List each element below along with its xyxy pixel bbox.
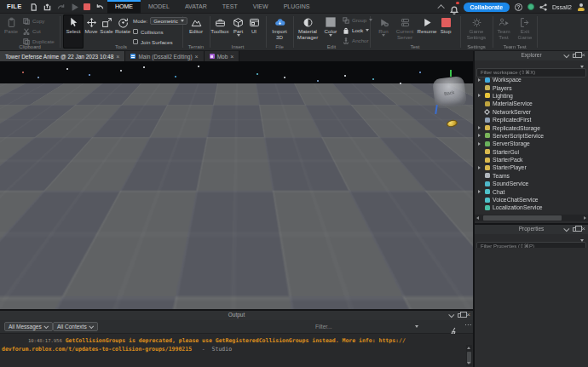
explorer-item-materialservice[interactable]: MaterialService	[475, 100, 588, 107]
collapse-ribbon-icon[interactable]	[437, 4, 444, 11]
filter-caret-icon[interactable]	[580, 239, 584, 242]
log-message-link[interactable]: devforum.roblox.com/t/updates-to-collisi…	[2, 346, 192, 353]
username-label[interactable]: Dssall2	[552, 4, 572, 10]
move-tool-button[interactable]: Move	[84, 14, 99, 49]
exit-game-button[interactable]: Exit Game	[515, 14, 535, 49]
expand-arrow-icon[interactable]	[478, 142, 481, 146]
close-tab-icon[interactable]: ×	[116, 54, 119, 60]
lock-button[interactable]: Lock	[343, 26, 369, 34]
panel-float-icon[interactable]	[573, 54, 578, 58]
anchor-button[interactable]: Anchor	[343, 37, 369, 44]
close-tab-icon[interactable]: ×	[230, 54, 233, 60]
filter-caret-icon[interactable]	[580, 66, 584, 68]
expand-arrow-icon[interactable]	[478, 166, 481, 169]
explorer-item-networkserver[interactable]: NetworkServer	[475, 108, 588, 116]
team-test-button[interactable]: Team Test	[493, 14, 514, 49]
explorer-item-replicatedfirst[interactable]: ReplicatedFirst	[475, 116, 588, 123]
collisions-checkbox-row[interactable]: Collisions	[133, 27, 163, 36]
3d-viewport[interactable]: Back	[0, 61, 473, 309]
color-button[interactable]: Color	[322, 14, 339, 49]
share-icon[interactable]	[539, 0, 547, 14]
terrain-editor-button[interactable]: Editor	[186, 14, 206, 49]
collaborate-button[interactable]: Collaborate	[464, 3, 510, 12]
collisions-checkbox[interactable]	[133, 29, 138, 34]
explorer-horizontal-scrollbar[interactable]	[475, 215, 588, 221]
explorer-header[interactable]: Explorer ×	[475, 51, 588, 60]
material-manager-button[interactable]: Material Manager	[295, 14, 320, 49]
baseplate-grid[interactable]	[0, 61, 473, 83]
run-button[interactable]: Run	[375, 14, 392, 49]
tab-home[interactable]: HOME	[107, 0, 141, 14]
explorer-item-teams[interactable]: Teams	[475, 172, 588, 180]
explorer-item-serverscriptservice[interactable]: ServerScriptService	[475, 132, 588, 140]
explorer-item-starterpack[interactable]: StarterPack	[475, 156, 588, 163]
ui-button[interactable]: UI	[247, 14, 261, 49]
properties-header[interactable]: Properties ×	[475, 225, 588, 234]
group-button[interactable]: Group	[343, 16, 372, 24]
filter-caret-icon[interactable]	[415, 325, 418, 328]
panel-close-icon[interactable]: ×	[581, 52, 585, 59]
tab-model[interactable]: MODEL	[141, 0, 177, 14]
expand-arrow-icon[interactable]	[478, 190, 481, 193]
file-menu[interactable]: FILE	[7, 3, 21, 10]
explorer-item-workspace[interactable]: Workspace	[475, 76, 588, 83]
explorer-item-serverstorage[interactable]: ServerStorage	[475, 140, 588, 147]
toolbox-button[interactable]: Toolbox	[210, 14, 229, 49]
import-3d-button[interactable]: Import 3D	[269, 14, 290, 49]
panel-collapse-icon[interactable]	[564, 226, 570, 232]
explorer-item-lighting[interactable]: Lighting	[475, 92, 588, 100]
game-settings-button[interactable]: Game Settings	[464, 14, 488, 49]
explorer-item-voicechatservice[interactable]: VoiceChatService	[475, 196, 588, 204]
output-scrollbar[interactable]	[466, 345, 472, 366]
contexts-filter-dropdown[interactable]: All Contexts	[53, 322, 98, 331]
expand-arrow-icon[interactable]	[478, 134, 481, 137]
explorer-item-localizationservice[interactable]: LocalizationService	[475, 204, 588, 211]
viewcube-face-label[interactable]: Back	[444, 89, 455, 96]
select-tool-button[interactable]: Select	[63, 14, 84, 49]
explorer-item-replicatedstorage[interactable]: ReplicatedStorage	[475, 123, 588, 131]
redo-icon[interactable]	[56, 3, 65, 11]
output-log[interactable]: 10:48:17.956 GetCollisionGroups is depre…	[0, 334, 473, 367]
panel-collapse-icon[interactable]	[449, 312, 455, 318]
avatar[interactable]	[577, 3, 585, 11]
tab-view[interactable]: VIEW	[245, 0, 276, 14]
output-header[interactable]: Output ×	[0, 311, 473, 320]
panel-collapse-icon[interactable]	[564, 52, 570, 58]
stop-button[interactable]: Stop	[438, 14, 453, 49]
notifications-bell-icon[interactable]	[450, 3, 458, 12]
tab-test[interactable]: TEST	[215, 0, 245, 14]
explorer-item-players[interactable]: Players	[475, 83, 588, 91]
copy-button[interactable]: Copy	[23, 17, 44, 25]
current-server-button[interactable]: Current Server	[394, 14, 416, 49]
close-tab-icon[interactable]: ×	[195, 54, 199, 60]
stop-icon[interactable]	[84, 3, 90, 10]
help-icon[interactable]: ?	[515, 3, 522, 11]
doc-tab-place[interactable]: Tower Defense Anime @ 22 Jan 2023 10:48 …	[0, 51, 125, 61]
cut-button[interactable]: Cut	[23, 27, 41, 35]
new-file-icon[interactable]	[29, 3, 37, 11]
explorer-item-soundservice[interactable]: SoundService	[475, 180, 588, 187]
mob-coin[interactable]	[220, 230, 229, 237]
rotate-tool-button[interactable]: Rotate	[114, 14, 131, 49]
play-icon[interactable]	[70, 3, 78, 11]
output-filter-input[interactable]	[264, 322, 419, 331]
messages-filter-dropdown[interactable]: All Messages	[4, 322, 53, 331]
tab-plugins[interactable]: PLUGINS	[276, 0, 318, 14]
panel-float-icon[interactable]	[458, 313, 463, 318]
expand-arrow-icon[interactable]	[478, 94, 481, 97]
doc-tab-mob[interactable]: Mob ×	[205, 51, 240, 61]
doc-tab-main-script[interactable]: Main (Dssall2 Editing) ×	[125, 51, 204, 61]
expand-arrow-icon[interactable]	[478, 78, 481, 82]
panel-close-icon[interactable]: ×	[581, 226, 585, 232]
open-icon[interactable]	[43, 3, 51, 11]
output-overflow-menu-icon[interactable]: ⋯	[464, 321, 472, 329]
explorer-item-startergui[interactable]: StarterGui	[475, 148, 588, 156]
undo-icon[interactable]	[95, 3, 104, 11]
paste-button[interactable]: Paste	[2, 14, 20, 49]
panel-float-icon[interactable]	[573, 227, 578, 232]
part-button[interactable]: Part	[230, 14, 246, 49]
scale-tool-button[interactable]: Scale	[99, 14, 114, 49]
explorer-item-starterplayer[interactable]: StarterPlayer	[475, 163, 588, 171]
panel-close-icon[interactable]: ×	[466, 312, 470, 318]
expand-arrow-icon[interactable]	[478, 126, 481, 129]
